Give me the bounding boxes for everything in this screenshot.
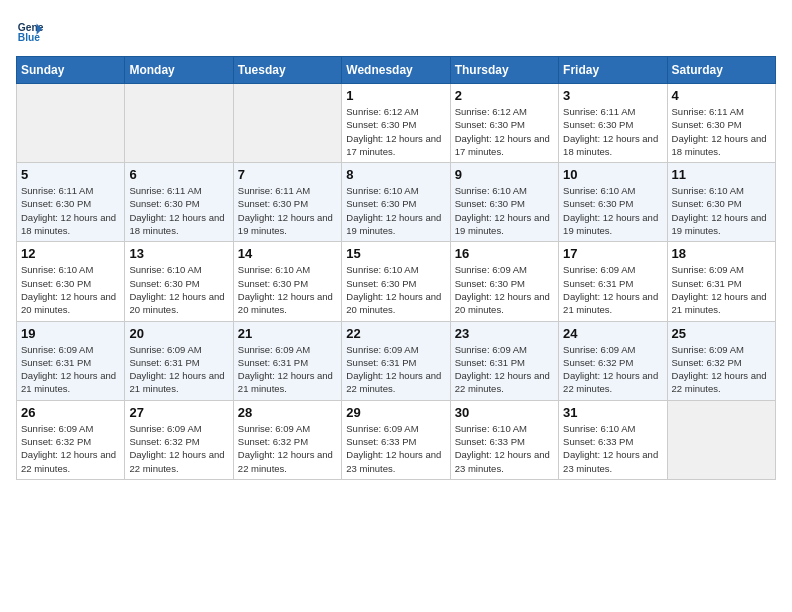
calendar-cell: 30Sunrise: 6:10 AM Sunset: 6:33 PM Dayli… <box>450 400 558 479</box>
day-info: Sunrise: 6:10 AM Sunset: 6:30 PM Dayligh… <box>238 263 337 316</box>
day-info: Sunrise: 6:11 AM Sunset: 6:30 PM Dayligh… <box>238 184 337 237</box>
day-number: 9 <box>455 167 554 182</box>
calendar-cell: 24Sunrise: 6:09 AM Sunset: 6:32 PM Dayli… <box>559 321 667 400</box>
day-number: 3 <box>563 88 662 103</box>
day-number: 16 <box>455 246 554 261</box>
day-info: Sunrise: 6:10 AM Sunset: 6:30 PM Dayligh… <box>346 184 445 237</box>
day-info: Sunrise: 6:09 AM Sunset: 6:31 PM Dayligh… <box>672 263 771 316</box>
day-number: 1 <box>346 88 445 103</box>
day-number: 4 <box>672 88 771 103</box>
day-info: Sunrise: 6:11 AM Sunset: 6:30 PM Dayligh… <box>672 105 771 158</box>
calendar-header-row: SundayMondayTuesdayWednesdayThursdayFrid… <box>17 57 776 84</box>
day-number: 5 <box>21 167 120 182</box>
day-info: Sunrise: 6:10 AM Sunset: 6:30 PM Dayligh… <box>563 184 662 237</box>
weekday-header-thursday: Thursday <box>450 57 558 84</box>
calendar-cell: 9Sunrise: 6:10 AM Sunset: 6:30 PM Daylig… <box>450 163 558 242</box>
calendar-cell <box>125 84 233 163</box>
day-number: 17 <box>563 246 662 261</box>
day-number: 10 <box>563 167 662 182</box>
logo-icon: General Blue <box>16 16 44 44</box>
calendar-cell: 7Sunrise: 6:11 AM Sunset: 6:30 PM Daylig… <box>233 163 341 242</box>
day-number: 30 <box>455 405 554 420</box>
weekday-header-friday: Friday <box>559 57 667 84</box>
day-info: Sunrise: 6:12 AM Sunset: 6:30 PM Dayligh… <box>346 105 445 158</box>
day-number: 15 <box>346 246 445 261</box>
calendar-cell: 18Sunrise: 6:09 AM Sunset: 6:31 PM Dayli… <box>667 242 775 321</box>
calendar-cell <box>667 400 775 479</box>
weekday-header-monday: Monday <box>125 57 233 84</box>
day-number: 8 <box>346 167 445 182</box>
day-number: 21 <box>238 326 337 341</box>
calendar-cell: 29Sunrise: 6:09 AM Sunset: 6:33 PM Dayli… <box>342 400 450 479</box>
weekday-header-tuesday: Tuesday <box>233 57 341 84</box>
calendar-cell: 25Sunrise: 6:09 AM Sunset: 6:32 PM Dayli… <box>667 321 775 400</box>
calendar-cell: 28Sunrise: 6:09 AM Sunset: 6:32 PM Dayli… <box>233 400 341 479</box>
day-number: 24 <box>563 326 662 341</box>
day-info: Sunrise: 6:11 AM Sunset: 6:30 PM Dayligh… <box>563 105 662 158</box>
day-info: Sunrise: 6:09 AM Sunset: 6:31 PM Dayligh… <box>346 343 445 396</box>
calendar-cell: 23Sunrise: 6:09 AM Sunset: 6:31 PM Dayli… <box>450 321 558 400</box>
calendar-cell: 21Sunrise: 6:09 AM Sunset: 6:31 PM Dayli… <box>233 321 341 400</box>
day-number: 22 <box>346 326 445 341</box>
calendar-cell: 5Sunrise: 6:11 AM Sunset: 6:30 PM Daylig… <box>17 163 125 242</box>
calendar-cell: 8Sunrise: 6:10 AM Sunset: 6:30 PM Daylig… <box>342 163 450 242</box>
day-info: Sunrise: 6:09 AM Sunset: 6:32 PM Dayligh… <box>563 343 662 396</box>
day-number: 20 <box>129 326 228 341</box>
day-info: Sunrise: 6:09 AM Sunset: 6:32 PM Dayligh… <box>672 343 771 396</box>
calendar-cell <box>233 84 341 163</box>
day-number: 26 <box>21 405 120 420</box>
day-info: Sunrise: 6:09 AM Sunset: 6:31 PM Dayligh… <box>21 343 120 396</box>
day-info: Sunrise: 6:10 AM Sunset: 6:30 PM Dayligh… <box>455 184 554 237</box>
day-info: Sunrise: 6:09 AM Sunset: 6:32 PM Dayligh… <box>129 422 228 475</box>
calendar-cell: 1Sunrise: 6:12 AM Sunset: 6:30 PM Daylig… <box>342 84 450 163</box>
logo: General Blue <box>16 16 48 44</box>
calendar-cell: 26Sunrise: 6:09 AM Sunset: 6:32 PM Dayli… <box>17 400 125 479</box>
page-header: General Blue <box>16 16 776 44</box>
day-info: Sunrise: 6:09 AM Sunset: 6:31 PM Dayligh… <box>129 343 228 396</box>
calendar-week-row: 12Sunrise: 6:10 AM Sunset: 6:30 PM Dayli… <box>17 242 776 321</box>
calendar-cell: 17Sunrise: 6:09 AM Sunset: 6:31 PM Dayli… <box>559 242 667 321</box>
calendar-cell: 19Sunrise: 6:09 AM Sunset: 6:31 PM Dayli… <box>17 321 125 400</box>
calendar-week-row: 26Sunrise: 6:09 AM Sunset: 6:32 PM Dayli… <box>17 400 776 479</box>
calendar-week-row: 1Sunrise: 6:12 AM Sunset: 6:30 PM Daylig… <box>17 84 776 163</box>
day-info: Sunrise: 6:09 AM Sunset: 6:30 PM Dayligh… <box>455 263 554 316</box>
day-info: Sunrise: 6:10 AM Sunset: 6:30 PM Dayligh… <box>129 263 228 316</box>
day-info: Sunrise: 6:10 AM Sunset: 6:30 PM Dayligh… <box>672 184 771 237</box>
day-info: Sunrise: 6:09 AM Sunset: 6:31 PM Dayligh… <box>238 343 337 396</box>
calendar-cell: 22Sunrise: 6:09 AM Sunset: 6:31 PM Dayli… <box>342 321 450 400</box>
day-number: 29 <box>346 405 445 420</box>
calendar-cell: 15Sunrise: 6:10 AM Sunset: 6:30 PM Dayli… <box>342 242 450 321</box>
calendar-cell: 16Sunrise: 6:09 AM Sunset: 6:30 PM Dayli… <box>450 242 558 321</box>
day-info: Sunrise: 6:10 AM Sunset: 6:33 PM Dayligh… <box>455 422 554 475</box>
weekday-header-sunday: Sunday <box>17 57 125 84</box>
day-number: 28 <box>238 405 337 420</box>
calendar-cell: 3Sunrise: 6:11 AM Sunset: 6:30 PM Daylig… <box>559 84 667 163</box>
day-info: Sunrise: 6:09 AM Sunset: 6:31 PM Dayligh… <box>455 343 554 396</box>
day-info: Sunrise: 6:09 AM Sunset: 6:32 PM Dayligh… <box>21 422 120 475</box>
calendar-cell: 13Sunrise: 6:10 AM Sunset: 6:30 PM Dayli… <box>125 242 233 321</box>
calendar-cell: 6Sunrise: 6:11 AM Sunset: 6:30 PM Daylig… <box>125 163 233 242</box>
day-info: Sunrise: 6:10 AM Sunset: 6:30 PM Dayligh… <box>346 263 445 316</box>
day-number: 18 <box>672 246 771 261</box>
day-number: 13 <box>129 246 228 261</box>
day-number: 23 <box>455 326 554 341</box>
day-number: 6 <box>129 167 228 182</box>
weekday-header-wednesday: Wednesday <box>342 57 450 84</box>
calendar-cell: 11Sunrise: 6:10 AM Sunset: 6:30 PM Dayli… <box>667 163 775 242</box>
day-info: Sunrise: 6:10 AM Sunset: 6:33 PM Dayligh… <box>563 422 662 475</box>
day-number: 31 <box>563 405 662 420</box>
day-number: 2 <box>455 88 554 103</box>
calendar-cell <box>17 84 125 163</box>
calendar-cell: 2Sunrise: 6:12 AM Sunset: 6:30 PM Daylig… <box>450 84 558 163</box>
day-number: 14 <box>238 246 337 261</box>
day-info: Sunrise: 6:09 AM Sunset: 6:31 PM Dayligh… <box>563 263 662 316</box>
calendar-table: SundayMondayTuesdayWednesdayThursdayFrid… <box>16 56 776 480</box>
calendar-cell: 4Sunrise: 6:11 AM Sunset: 6:30 PM Daylig… <box>667 84 775 163</box>
calendar-cell: 20Sunrise: 6:09 AM Sunset: 6:31 PM Dayli… <box>125 321 233 400</box>
calendar-week-row: 19Sunrise: 6:09 AM Sunset: 6:31 PM Dayli… <box>17 321 776 400</box>
calendar-cell: 14Sunrise: 6:10 AM Sunset: 6:30 PM Dayli… <box>233 242 341 321</box>
day-number: 25 <box>672 326 771 341</box>
day-info: Sunrise: 6:11 AM Sunset: 6:30 PM Dayligh… <box>129 184 228 237</box>
calendar-week-row: 5Sunrise: 6:11 AM Sunset: 6:30 PM Daylig… <box>17 163 776 242</box>
day-info: Sunrise: 6:12 AM Sunset: 6:30 PM Dayligh… <box>455 105 554 158</box>
